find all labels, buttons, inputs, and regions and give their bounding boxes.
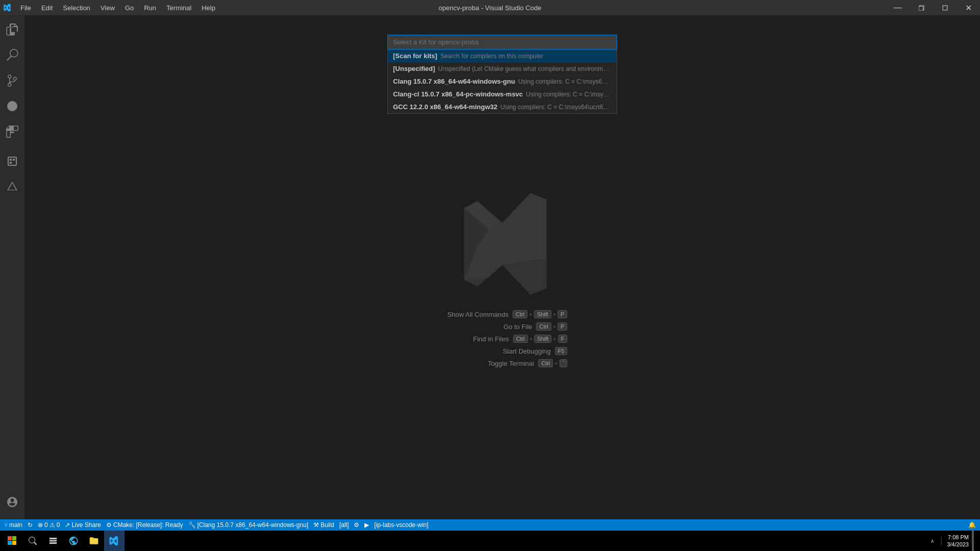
kit-search-input[interactable] <box>387 35 617 49</box>
taskbar-clock: 7:08 PM 3/4/2023 <box>947 534 969 548</box>
statusbar: ⑂ main ↻ ⊗ 0 ⚠ 0 ↗ Live Share ⚙ CMake: [… <box>0 519 980 531</box>
titlebar: File Edit Selection View Go Run Terminal… <box>0 0 980 15</box>
status-run[interactable]: ▶ <box>362 519 371 531</box>
menu-file[interactable]: File <box>15 0 36 15</box>
shortcuts-list: Show All Commands Ctrl + Shift + P Go to… <box>437 310 567 367</box>
kit-dropdown: [Scan for kits]Search for compilers on t… <box>387 35 617 114</box>
menu-terminal[interactable]: Terminal <box>161 0 197 15</box>
kit-item-0[interactable]: [Scan for kits]Search for compilers on t… <box>388 49 617 62</box>
titlebar-controls: — ✕ <box>886 0 980 15</box>
menu-help[interactable]: Help <box>197 0 220 15</box>
activity-icon-source-control[interactable] <box>0 68 24 93</box>
run-icon: ▶ <box>364 521 369 529</box>
taskbar-date: 3/4/2023 <box>947 541 969 548</box>
status-warning-count: 0 <box>57 521 60 529</box>
status-branch[interactable]: ⑂ main <box>2 519 24 531</box>
status-project-label: [ip-labs-vscode-win] <box>374 521 428 529</box>
taskbar-tray-show-hidden[interactable]: ∧ <box>928 538 936 544</box>
main-layout: [Scan for kits]Search for compilers on t… <box>0 15 980 540</box>
svg-rect-8 <box>8 541 12 545</box>
taskbar-explorer[interactable] <box>84 531 104 551</box>
main-content: [Scan for kits]Search for compilers on t… <box>24 15 980 540</box>
status-project[interactable]: [ip-labs-vscode-win] <box>372 519 430 531</box>
menu-go[interactable]: Go <box>120 0 139 15</box>
warning-icon: ⚠ <box>50 521 55 529</box>
bell-icon: 🔔 <box>968 521 976 529</box>
svg-rect-3 <box>10 159 12 161</box>
status-cmake-label: CMake: [Release]: Ready <box>113 521 183 529</box>
status-liveshare-label: Live Share <box>71 521 101 529</box>
status-kit-label: [Clang 15.0.7 x86_64-w64-windows-gnu] <box>198 521 308 529</box>
taskbar-right: ∧ 7:08 PM 3/4/2023 <box>928 531 978 551</box>
taskbar-show-desktop[interactable] <box>972 531 974 551</box>
kit-item-3[interactable]: Clang-cl 15.0.7 x86_64-pc-windows-msvcUs… <box>388 88 617 101</box>
status-sync[interactable]: ↻ <box>26 519 35 531</box>
status-build-label: Build <box>321 521 334 529</box>
shortcut-show-commands: Show All Commands Ctrl + Shift + P <box>437 310 567 318</box>
activity-icon-cmake[interactable] <box>0 174 24 199</box>
app-icon <box>0 0 15 15</box>
taskbar: ∧ 7:08 PM 3/4/2023 <box>0 531 980 551</box>
kit-icon: 🔧 <box>188 521 196 529</box>
restore-button[interactable] <box>910 0 933 15</box>
error-icon: ⊗ <box>38 521 43 529</box>
taskbar-vscode[interactable] <box>104 531 125 551</box>
shortcut-toggle-terminal: Toggle Terminal Ctrl + ` <box>437 359 567 367</box>
maximize-button[interactable] <box>933 0 957 15</box>
menu-run[interactable]: Run <box>139 0 161 15</box>
liveshare-icon: ↗ <box>65 521 70 529</box>
titlebar-menu: File Edit Selection View Go Run Terminal… <box>15 0 220 15</box>
sync-icon: ↻ <box>28 521 33 529</box>
taskbar-edge[interactable] <box>63 531 84 551</box>
activity-icon-extensions[interactable] <box>0 119 24 144</box>
build-icon: ⚒ <box>313 521 319 529</box>
svg-rect-7 <box>12 536 16 540</box>
activity-icon-explorer[interactable] <box>0 17 24 42</box>
status-cmake[interactable]: ⚙ CMake: [Release]: Ready <box>104 519 185 531</box>
status-target-label: [all] <box>339 521 349 529</box>
status-error-count: 0 <box>44 521 48 529</box>
svg-rect-2 <box>943 6 947 10</box>
status-config-gear[interactable]: ⚙ <box>352 519 361 531</box>
kit-list: [Scan for kits]Search for compilers on t… <box>387 49 617 114</box>
svg-rect-6 <box>8 536 12 540</box>
status-right: 🔔 <box>966 521 978 529</box>
vscode-logo: Show All Commands Ctrl + Shift + P Go to… <box>437 188 567 367</box>
config-gear-icon: ⚙ <box>354 521 359 529</box>
kit-item-1[interactable]: [Unspecified]Unspecified (Let CMake gues… <box>388 62 617 75</box>
menu-view[interactable]: View <box>95 0 120 15</box>
titlebar-title: opencv-proba - Visual Studio Code <box>438 4 541 12</box>
activity-bar <box>0 15 24 540</box>
activity-icon-remote[interactable] <box>0 149 24 173</box>
activity-icon-run-debug[interactable] <box>0 94 24 118</box>
cmake-icon: ⚙ <box>106 521 112 529</box>
start-button[interactable] <box>2 531 22 551</box>
minimize-button[interactable]: — <box>886 0 910 15</box>
status-build[interactable]: ⚒ Build <box>311 519 336 531</box>
git-branch-icon: ⑂ <box>4 521 8 529</box>
shortcut-start-debugging: Start Debugging F5 <box>437 347 567 355</box>
menu-edit[interactable]: Edit <box>36 0 58 15</box>
status-kit[interactable]: 🔧 [Clang 15.0.7 x86_64-w64-windows-gnu] <box>186 519 310 531</box>
status-liveshare[interactable]: ↗ Live Share <box>63 519 103 531</box>
activity-icon-search[interactable] <box>0 43 24 67</box>
menu-selection[interactable]: Selection <box>58 0 95 15</box>
shortcut-go-to-file: Go to File Ctrl + P <box>437 322 567 331</box>
taskbar-task-view[interactable] <box>43 531 63 551</box>
svg-rect-5 <box>10 162 12 164</box>
kit-item-2[interactable]: Clang 15.0.7 x86_64-w64-windows-gnuUsing… <box>388 75 617 88</box>
taskbar-time: 7:08 PM <box>948 534 969 541</box>
status-target[interactable]: [all] <box>337 519 351 531</box>
svg-rect-1 <box>919 6 923 11</box>
activity-icon-account[interactable] <box>0 490 24 514</box>
kit-item-4[interactable]: GCC 12.2.0 x86_64-w64-mingw32Using compi… <box>388 101 617 113</box>
svg-rect-9 <box>12 541 16 545</box>
svg-rect-4 <box>13 159 15 161</box>
status-notifications[interactable]: 🔔 <box>966 521 978 529</box>
taskbar-search[interactable] <box>22 531 43 551</box>
status-branch-label: main <box>9 521 22 529</box>
status-errors[interactable]: ⊗ 0 ⚠ 0 <box>36 519 62 531</box>
shortcut-find-files: Find in Files Ctrl + Shift + F <box>437 335 567 343</box>
close-button[interactable]: ✕ <box>957 0 980 15</box>
